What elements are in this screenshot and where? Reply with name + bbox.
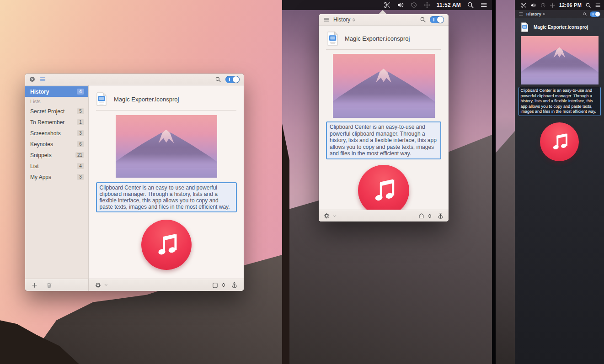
toggle-switch[interactable]: [430, 16, 444, 23]
window-footer: [25, 279, 244, 291]
panel-header: History: [515, 10, 604, 18]
count-badge: 21: [75, 152, 84, 158]
sidebar-item-label: Keynotes: [30, 141, 53, 148]
window-body: History 4 Lists Secret Project 5 To Reme…: [25, 85, 244, 279]
sidebar-item-label: My Apps: [30, 174, 51, 180]
sidebar-item-snippets[interactable]: Snippets 21: [25, 150, 88, 160]
chevron-down-icon: [332, 214, 337, 218]
clipboard-item-app-icon[interactable]: [141, 220, 192, 270]
clipboard-item-image[interactable]: [333, 54, 435, 118]
desktop-wallpaper-strip: [496, 0, 515, 364]
hamburger-icon[interactable]: [39, 76, 46, 83]
list-selector-label: History: [333, 16, 350, 23]
screenshot-divider: [492, 0, 496, 364]
search-icon[interactable]: [583, 12, 587, 16]
footer-main-actions: [89, 279, 244, 291]
image-clouds: [333, 94, 435, 118]
popover-footer: [319, 210, 449, 222]
up-down-icon: [542, 12, 546, 16]
toggle-switch[interactable]: [590, 11, 600, 17]
clipboard-item-image[interactable]: [116, 115, 217, 178]
count-badge: 1: [77, 119, 84, 125]
clipboard-item-file[interactable]: Magic Exporter.iconsproj: [89, 91, 244, 107]
hamburger-icon[interactable]: [323, 16, 330, 23]
toggle-switch[interactable]: [225, 76, 240, 83]
toggle-on-tick: [433, 18, 434, 21]
scissors-icon[interactable]: [521, 2, 527, 8]
list-selector[interactable]: History: [526, 11, 546, 16]
up-down-icon[interactable]: [221, 282, 226, 288]
volume-icon[interactable]: [397, 1, 404, 9]
screen: History 4 Lists Secret Project 5 To Reme…: [0, 0, 604, 364]
spotlight-search-icon[interactable]: [585, 2, 591, 8]
divider: [326, 49, 441, 50]
list-selector-label: History: [526, 11, 541, 16]
anchor-icon[interactable]: [231, 282, 238, 289]
gear-icon[interactable]: [323, 212, 330, 219]
count-badge: 4: [77, 89, 84, 95]
trash-icon[interactable]: [46, 282, 53, 289]
image-clouds: [116, 154, 217, 178]
panel-body: Magic Exporter.iconsproj Clipboard Cente…: [515, 18, 604, 364]
sidebar-item-screenshots[interactable]: Screenshots 3: [25, 128, 88, 138]
clipboard-item-text-selected[interactable]: Clipboard Center is an easy-to-use and p…: [518, 87, 601, 116]
file-name: Magic Exporter.iconsproj: [114, 96, 179, 103]
clipboard-item-file[interactable]: Magic Exporter.iconsproj: [319, 30, 449, 47]
music-note-icon: [549, 132, 570, 152]
file-name: Magic Exporter.iconsproj: [534, 25, 588, 30]
clipboard-item-text-selected[interactable]: Clipboard Center is an easy-to-use and p…: [96, 182, 237, 212]
footer-sidebar-actions: [25, 279, 89, 291]
clipboard-item-app-icon[interactable]: [540, 122, 579, 161]
file-icon: [96, 92, 107, 106]
sidebar-item-label: History: [30, 89, 49, 95]
time-machine-icon[interactable]: [410, 1, 417, 9]
gear-icon[interactable]: [95, 282, 102, 289]
menu-bar-clock[interactable]: 11:52 AM: [437, 2, 461, 8]
clipboard-icon[interactable]: [418, 212, 425, 219]
volume-icon[interactable]: [530, 2, 536, 8]
plus-icon[interactable]: [31, 282, 38, 289]
clipboard-icon[interactable]: [212, 282, 219, 289]
sidebar-item-to-remember[interactable]: To Remember 1: [25, 117, 88, 127]
toggle-knob: [437, 16, 444, 23]
clipboard-center-window: History 4 Lists Secret Project 5 To Reme…: [25, 74, 244, 291]
sidebar-item-label: Snippets: [30, 152, 52, 158]
search-icon[interactable]: [420, 16, 426, 23]
image-clouds: [521, 66, 599, 84]
count-badge: 3: [77, 130, 84, 136]
menu-bar-clock[interactable]: 12:06 PM: [559, 2, 582, 8]
divider: [96, 110, 236, 111]
sidebar-section-label: Lists: [25, 97, 88, 106]
clipboard-item-image[interactable]: [521, 36, 599, 84]
spotlight-search-icon[interactable]: [467, 1, 474, 9]
close-icon[interactable]: [29, 76, 35, 82]
up-down-icon[interactable]: [427, 213, 433, 219]
notification-center-icon[interactable]: [595, 2, 601, 8]
notification-center-icon[interactable]: [480, 1, 487, 9]
sidebar-item-label: To Remember: [30, 119, 64, 126]
sidebar-item-secret-project[interactable]: Secret Project 5: [25, 106, 88, 116]
sidebar-item-list[interactable]: List 4: [25, 161, 88, 171]
clipboard-item-text-selected[interactable]: Clipboard Center is an easy-to-use and p…: [326, 121, 441, 159]
search-icon[interactable]: [215, 76, 221, 83]
up-down-icon: [352, 17, 356, 22]
count-badge: 3: [77, 174, 84, 180]
clipboard-item-app-icon[interactable]: [358, 165, 409, 210]
sidebar-item-my-apps[interactable]: My Apps 3: [25, 172, 88, 182]
count-badge: 4: [77, 163, 84, 169]
scissors-icon[interactable]: [384, 1, 391, 9]
sidebar-item-keynotes[interactable]: Keynotes 6: [25, 139, 88, 149]
count-badge: 6: [77, 141, 84, 147]
move-icon[interactable]: [423, 1, 431, 9]
clipboard-center-dark-panel: History Magic Exporter.iconsproj Clipboa…: [515, 10, 604, 364]
window-toolbar: [25, 74, 244, 85]
anchor-icon[interactable]: [437, 212, 444, 219]
hamburger-icon[interactable]: [518, 11, 524, 16]
toggle-on-tick: [593, 13, 593, 16]
sidebar-item-history[interactable]: History 4: [25, 86, 88, 97]
time-machine-icon[interactable]: [540, 2, 546, 8]
file-name: Magic Exporter.iconsproj: [345, 35, 410, 42]
move-icon[interactable]: [550, 2, 556, 8]
list-selector[interactable]: History: [333, 16, 356, 23]
clipboard-item-file[interactable]: Magic Exporter.iconsproj: [515, 20, 604, 34]
